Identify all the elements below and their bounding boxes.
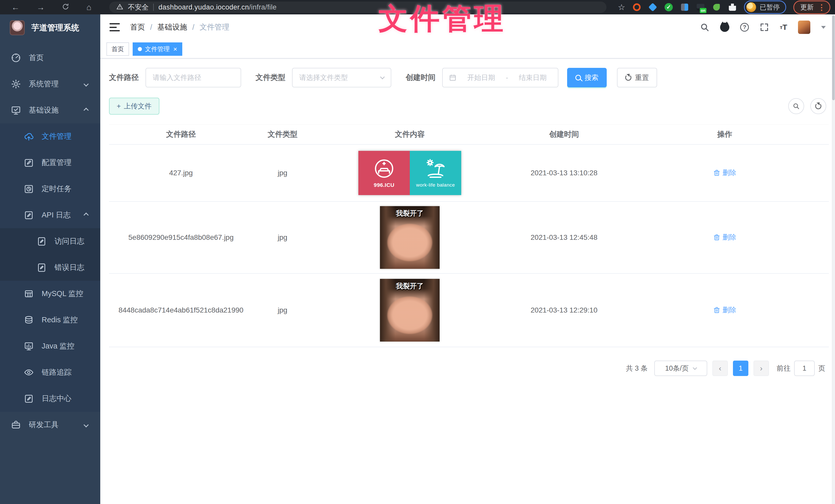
help-icon[interactable]: ? xyxy=(740,23,749,31)
search-button[interactable]: 搜索 xyxy=(567,68,607,87)
breadcrumb-item[interactable]: 基础设施 xyxy=(157,22,187,33)
browser-nav-icons: ← → ⌂ xyxy=(0,3,91,12)
browser-update-button[interactable]: 更新 ⋮ xyxy=(793,1,830,14)
sidebar-item-access-logs[interactable]: 访问日志 xyxy=(0,228,100,254)
app-logo[interactable]: 芋道管理系统 xyxy=(0,14,100,41)
sidebar-item-trace[interactable]: 链路追踪 xyxy=(0,359,100,385)
tags-view-bar: 首页 文件管理 × xyxy=(100,40,835,59)
sidebar-item-label: 文件管理 xyxy=(42,131,72,142)
sidebar-item-error-logs[interactable]: 错误日志 xyxy=(0,254,100,281)
sidebar-item-system[interactable]: 系统管理 xyxy=(0,71,100,97)
goto-page-input[interactable] xyxy=(794,361,815,376)
sidebar-toggle-button[interactable] xyxy=(109,23,120,31)
tag-file-management[interactable]: 文件管理 × xyxy=(133,42,182,56)
sidebar-item-api-logs[interactable]: API 日志 xyxy=(0,202,100,228)
file-path-input[interactable] xyxy=(153,74,234,82)
browser-forward-button[interactable]: → xyxy=(37,3,45,11)
file-preview-996icu-image[interactable]: 996.ICU work-life balance xyxy=(359,151,461,195)
sidebar-item-infrastructure[interactable]: 基础设施 xyxy=(0,97,100,123)
sidebar-item-mysql-monitor[interactable]: MySQL 监控 xyxy=(0,281,100,307)
sidebar-item-label: 配置管理 xyxy=(42,158,72,168)
extension-icon[interactable]: on xyxy=(696,3,705,12)
profile-status-label: 已暂停 xyxy=(760,3,780,12)
sidebar-item-dev-tools[interactable]: 研发工具 xyxy=(0,412,100,438)
page-unit-label: 页 xyxy=(818,364,825,373)
page-content: 文件路径 文件类型 请选择文件类型 创建时间 开始日期 - 结束日期 xyxy=(100,59,835,384)
page-number-button[interactable]: 1 xyxy=(733,361,748,376)
browser-toolbar: ← → ⌂ 不安全 dashboard.yudao.iocoder.cn/inf… xyxy=(0,0,835,14)
scrollbar[interactable] xyxy=(832,14,835,504)
next-page-button[interactable]: › xyxy=(754,361,769,376)
delete-button[interactable]: 删除 xyxy=(713,168,736,177)
sidebar-item-java-monitor[interactable]: Java 监控 xyxy=(0,333,100,359)
sidebar-item-redis-monitor[interactable]: Redis 监控 xyxy=(0,307,100,333)
address-bar[interactable]: 不安全 dashboard.yudao.iocoder.cn/infra/fil… xyxy=(109,2,607,13)
pagination: 共 3 条 10条/页 ‹ 1 › 前往 页 xyxy=(109,361,826,376)
browser-menu-icon[interactable]: ⋮ xyxy=(818,3,826,12)
github-icon[interactable] xyxy=(720,23,729,32)
refresh-icon xyxy=(815,103,821,109)
upload-file-button[interactable]: + 上传文件 xyxy=(109,98,159,114)
date-start-placeholder[interactable]: 开始日期 xyxy=(462,73,500,82)
browser-profile-button[interactable]: 已暂停 xyxy=(744,1,786,14)
refresh-table-button[interactable] xyxy=(810,98,826,114)
browser-back-button[interactable]: ← xyxy=(11,3,20,11)
extension-icon[interactable] xyxy=(632,3,641,12)
calendar-icon xyxy=(449,74,456,82)
page-size-select[interactable]: 10条/页 xyxy=(654,361,707,376)
tag-close-icon[interactable]: × xyxy=(173,46,177,52)
breadcrumb-item[interactable]: 首页 xyxy=(130,22,145,33)
infrastructure-icon xyxy=(11,105,21,115)
date-range-picker[interactable]: 开始日期 - 结束日期 xyxy=(442,68,558,87)
date-end-placeholder[interactable]: 结束日期 xyxy=(514,73,552,82)
bookmark-star-icon[interactable]: ☆ xyxy=(618,2,625,12)
chevron-up-icon xyxy=(84,108,89,113)
reset-button[interactable]: 重置 xyxy=(617,68,657,87)
actions-cell: 删除 xyxy=(620,228,829,247)
file-preview-baby-meme-image[interactable]: 我裂开了 xyxy=(380,206,440,269)
file-type-cell: jpg xyxy=(253,164,312,182)
file-table: 文件路径 文件类型 文件内容 创建时间 操作 427.jpg jpg 996.I… xyxy=(109,124,829,347)
cloud-upload-icon xyxy=(24,131,34,142)
extension-icon[interactable] xyxy=(680,3,689,12)
file-path-cell: 8448cada8c714e4ab61f521c8da21990 xyxy=(109,301,253,319)
file-type-label: 文件类型 xyxy=(256,72,285,83)
extension-puzzle-icon[interactable] xyxy=(728,3,737,12)
tag-active-dot xyxy=(138,47,142,51)
tag-home[interactable]: 首页 xyxy=(106,42,129,56)
extension-icon[interactable] xyxy=(648,3,657,12)
prev-page-button[interactable]: ‹ xyxy=(712,361,728,376)
sidebar-item-config-management[interactable]: 配置管理 xyxy=(0,150,100,176)
sidebar-menu: 首页 系统管理 基础设施 xyxy=(0,41,100,438)
browser-profile-avatar xyxy=(746,2,756,12)
extension-icon[interactable] xyxy=(712,3,721,12)
breadcrumb: 首页 / 基础设施 / 文件管理 xyxy=(130,22,229,33)
file-preview-baby-meme-image[interactable]: 我裂开了 xyxy=(380,279,440,341)
file-path-field xyxy=(145,68,241,87)
search-icon[interactable] xyxy=(700,23,709,32)
sidebar-item-file-management[interactable]: 文件管理 xyxy=(0,123,100,150)
browser-reload-button[interactable] xyxy=(62,3,69,12)
fullscreen-icon[interactable] xyxy=(760,23,769,32)
delete-button[interactable]: 删除 xyxy=(713,305,736,315)
sidebar-item-label: 研发工具 xyxy=(29,420,59,430)
toggle-search-button[interactable] xyxy=(788,98,804,114)
toolbox-icon xyxy=(11,420,21,430)
sidebar-item-log-center[interactable]: 日志中心 xyxy=(0,385,100,412)
scrollbar-thumb[interactable] xyxy=(832,16,835,100)
edit-icon xyxy=(24,158,34,168)
app-header: 首页 / 基础设施 / 文件管理 ? тT xyxy=(100,14,835,40)
font-size-icon[interactable]: тT xyxy=(780,23,787,31)
browser-home-button[interactable]: ⌂ xyxy=(86,3,91,11)
user-avatar[interactable] xyxy=(798,21,810,34)
sidebar-item-home[interactable]: 首页 xyxy=(0,45,100,71)
file-type-select[interactable]: 请选择文件类型 xyxy=(292,68,391,87)
screen: ← → ⌂ 不安全 dashboard.yudao.iocoder.cn/inf… xyxy=(0,0,835,504)
table-row: 8448cada8c714e4ab61f521c8da21990 jpg 我裂开… xyxy=(109,274,829,347)
user-menu-caret-icon[interactable] xyxy=(821,26,826,29)
sidebar-item-scheduled-tasks[interactable]: 定时任务 xyxy=(0,176,100,202)
table-row: 5e8609290e915c4fa8b08e67.jpg jpg 我裂开了 20… xyxy=(109,202,829,274)
extension-icon[interactable]: ✓ xyxy=(664,3,673,12)
column-header: 创建时间 xyxy=(508,125,620,144)
delete-button[interactable]: 删除 xyxy=(713,233,736,242)
